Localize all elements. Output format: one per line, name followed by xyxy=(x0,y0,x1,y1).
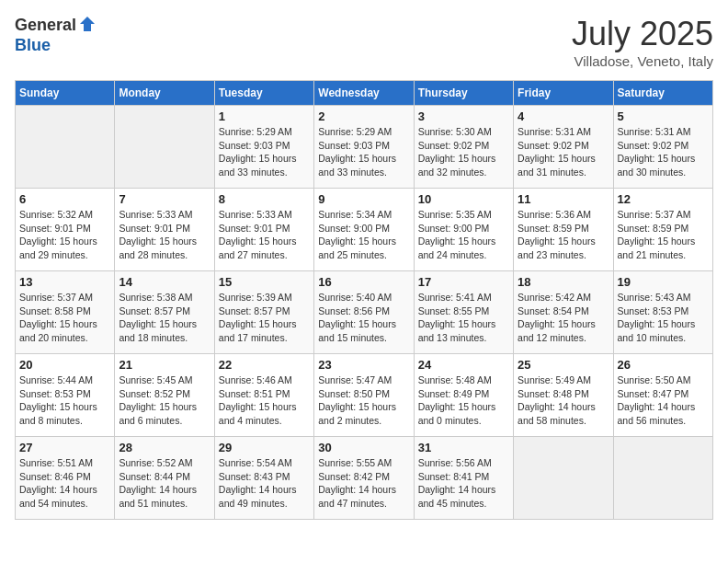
day-info: Sunrise: 5:41 AMSunset: 8:55 PMDaylight:… xyxy=(418,291,509,345)
day-info: Sunrise: 5:32 AMSunset: 9:01 PMDaylight:… xyxy=(19,208,110,262)
day-number: 17 xyxy=(418,275,509,289)
day-info: Sunrise: 5:47 AMSunset: 8:50 PMDaylight:… xyxy=(318,373,409,428)
calendar-day-cell: 4Sunrise: 5:31 AMSunset: 9:02 PMDaylight… xyxy=(514,106,613,189)
day-of-week-header: Wednesday xyxy=(314,81,414,106)
day-info: Sunrise: 5:45 AMSunset: 8:52 PMDaylight:… xyxy=(119,373,210,428)
calendar-day-cell: 8Sunrise: 5:33 AMSunset: 9:01 PMDaylight… xyxy=(214,189,313,271)
day-info: Sunrise: 5:51 AMSunset: 8:46 PMDaylight:… xyxy=(19,456,110,511)
calendar-day-cell: 26Sunrise: 5:50 AMSunset: 8:47 PMDayligh… xyxy=(613,354,712,437)
calendar-week-row: 13Sunrise: 5:37 AMSunset: 8:58 PMDayligh… xyxy=(16,271,713,354)
svg-marker-0 xyxy=(80,17,95,31)
day-number: 24 xyxy=(418,358,509,372)
day-of-week-header: Thursday xyxy=(414,81,513,106)
calendar-day-cell: 11Sunrise: 5:36 AMSunset: 8:59 PMDayligh… xyxy=(514,189,613,271)
day-info: Sunrise: 5:46 AMSunset: 8:51 PMDaylight:… xyxy=(219,373,310,428)
calendar-day-cell xyxy=(613,437,712,520)
day-number: 11 xyxy=(518,192,609,206)
day-number: 8 xyxy=(219,192,310,206)
day-number: 16 xyxy=(318,275,409,289)
month-year: July 2025 xyxy=(572,15,713,53)
day-number: 2 xyxy=(318,109,409,123)
calendar-day-cell: 29Sunrise: 5:54 AMSunset: 8:43 PMDayligh… xyxy=(214,437,313,520)
calendar-table: SundayMondayTuesdayWednesdayThursdayFrid… xyxy=(15,80,713,520)
day-number: 18 xyxy=(518,275,609,289)
day-info: Sunrise: 5:42 AMSunset: 8:54 PMDaylight:… xyxy=(518,291,609,345)
location: Villadose, Veneto, Italy xyxy=(572,53,713,69)
day-info: Sunrise: 5:38 AMSunset: 8:57 PMDaylight:… xyxy=(119,291,210,345)
calendar-day-cell: 24Sunrise: 5:48 AMSunset: 8:49 PMDayligh… xyxy=(414,354,513,437)
calendar-day-cell: 31Sunrise: 5:56 AMSunset: 8:41 PMDayligh… xyxy=(414,437,513,520)
day-info: Sunrise: 5:33 AMSunset: 9:01 PMDaylight:… xyxy=(119,208,210,262)
calendar-day-cell xyxy=(115,106,214,189)
calendar-day-cell: 6Sunrise: 5:32 AMSunset: 9:01 PMDaylight… xyxy=(16,189,115,271)
day-info: Sunrise: 5:31 AMSunset: 9:02 PMDaylight:… xyxy=(618,125,709,179)
calendar-week-row: 27Sunrise: 5:51 AMSunset: 8:46 PMDayligh… xyxy=(16,437,713,520)
calendar-day-cell: 25Sunrise: 5:49 AMSunset: 8:48 PMDayligh… xyxy=(514,354,613,437)
calendar-day-cell: 9Sunrise: 5:34 AMSunset: 9:00 PMDaylight… xyxy=(314,189,414,271)
day-number: 1 xyxy=(219,109,310,123)
day-number: 4 xyxy=(518,109,609,123)
logo-text-general: General xyxy=(15,17,76,35)
day-number: 3 xyxy=(418,109,509,123)
day-info: Sunrise: 5:43 AMSunset: 8:53 PMDaylight:… xyxy=(618,291,709,345)
calendar-day-cell: 1Sunrise: 5:29 AMSunset: 9:03 PMDaylight… xyxy=(214,106,313,189)
day-number: 25 xyxy=(518,358,609,372)
day-info: Sunrise: 5:49 AMSunset: 8:48 PMDaylight:… xyxy=(518,373,609,428)
calendar-day-cell: 23Sunrise: 5:47 AMSunset: 8:50 PMDayligh… xyxy=(314,354,414,437)
day-info: Sunrise: 5:39 AMSunset: 8:57 PMDaylight:… xyxy=(219,291,310,345)
day-info: Sunrise: 5:40 AMSunset: 8:56 PMDaylight:… xyxy=(318,291,409,345)
calendar-day-cell: 20Sunrise: 5:44 AMSunset: 8:53 PMDayligh… xyxy=(16,354,115,437)
day-number: 28 xyxy=(119,441,210,454)
title-block: July 2025 Villadose, Veneto, Italy xyxy=(572,15,713,69)
calendar-week-row: 6Sunrise: 5:32 AMSunset: 9:01 PMDaylight… xyxy=(16,189,713,271)
day-number: 21 xyxy=(119,358,210,372)
logo-text-blue: Blue xyxy=(15,36,51,54)
calendar-day-cell: 5Sunrise: 5:31 AMSunset: 9:02 PMDaylight… xyxy=(613,106,712,189)
calendar-day-cell: 22Sunrise: 5:46 AMSunset: 8:51 PMDayligh… xyxy=(214,354,313,437)
calendar-day-cell: 10Sunrise: 5:35 AMSunset: 9:00 PMDayligh… xyxy=(414,189,513,271)
calendar-day-cell xyxy=(514,437,613,520)
day-info: Sunrise: 5:36 AMSunset: 8:59 PMDaylight:… xyxy=(518,208,609,262)
calendar-day-cell: 7Sunrise: 5:33 AMSunset: 9:01 PMDaylight… xyxy=(115,189,214,271)
day-info: Sunrise: 5:29 AMSunset: 9:03 PMDaylight:… xyxy=(318,125,409,179)
day-number: 9 xyxy=(318,192,409,206)
day-info: Sunrise: 5:54 AMSunset: 8:43 PMDaylight:… xyxy=(219,456,310,511)
calendar-day-cell: 12Sunrise: 5:37 AMSunset: 8:59 PMDayligh… xyxy=(613,189,712,271)
calendar-day-cell: 21Sunrise: 5:45 AMSunset: 8:52 PMDayligh… xyxy=(115,354,214,437)
calendar-day-cell xyxy=(16,106,115,189)
day-number: 27 xyxy=(19,441,110,454)
day-number: 23 xyxy=(318,358,409,372)
calendar-day-cell: 15Sunrise: 5:39 AMSunset: 8:57 PMDayligh… xyxy=(214,271,313,354)
day-number: 7 xyxy=(119,192,210,206)
day-info: Sunrise: 5:37 AMSunset: 8:59 PMDaylight:… xyxy=(618,208,709,262)
day-info: Sunrise: 5:56 AMSunset: 8:41 PMDaylight:… xyxy=(418,456,509,511)
day-number: 20 xyxy=(19,358,110,372)
day-of-week-header: Tuesday xyxy=(214,81,313,106)
day-number: 22 xyxy=(219,358,310,372)
day-of-week-header: Sunday xyxy=(16,81,115,106)
page-header: General Blue July 2025 Villadose, Veneto… xyxy=(15,15,713,69)
day-info: Sunrise: 5:55 AMSunset: 8:42 PMDaylight:… xyxy=(318,456,409,511)
calendar-week-row: 1Sunrise: 5:29 AMSunset: 9:03 PMDaylight… xyxy=(16,106,713,189)
day-number: 14 xyxy=(119,275,210,289)
calendar-header-row: SundayMondayTuesdayWednesdayThursdayFrid… xyxy=(16,81,713,106)
calendar-day-cell: 19Sunrise: 5:43 AMSunset: 8:53 PMDayligh… xyxy=(613,271,712,354)
day-number: 12 xyxy=(618,192,709,206)
day-number: 30 xyxy=(318,441,409,454)
day-info: Sunrise: 5:37 AMSunset: 8:58 PMDaylight:… xyxy=(19,291,110,345)
day-info: Sunrise: 5:30 AMSunset: 9:02 PMDaylight:… xyxy=(418,125,509,179)
day-info: Sunrise: 5:44 AMSunset: 8:53 PMDaylight:… xyxy=(19,373,110,428)
day-of-week-header: Saturday xyxy=(613,81,712,106)
calendar-day-cell: 28Sunrise: 5:52 AMSunset: 8:44 PMDayligh… xyxy=(115,437,214,520)
day-info: Sunrise: 5:52 AMSunset: 8:44 PMDaylight:… xyxy=(119,456,210,511)
logo-icon xyxy=(78,15,97,37)
day-number: 10 xyxy=(418,192,509,206)
day-info: Sunrise: 5:48 AMSunset: 8:49 PMDaylight:… xyxy=(418,373,509,428)
day-info: Sunrise: 5:31 AMSunset: 9:02 PMDaylight:… xyxy=(518,125,609,179)
day-number: 6 xyxy=(19,192,110,206)
calendar-day-cell: 17Sunrise: 5:41 AMSunset: 8:55 PMDayligh… xyxy=(414,271,513,354)
day-number: 29 xyxy=(219,441,310,454)
day-number: 15 xyxy=(219,275,310,289)
calendar-day-cell: 14Sunrise: 5:38 AMSunset: 8:57 PMDayligh… xyxy=(115,271,214,354)
day-info: Sunrise: 5:34 AMSunset: 9:00 PMDaylight:… xyxy=(318,208,409,262)
